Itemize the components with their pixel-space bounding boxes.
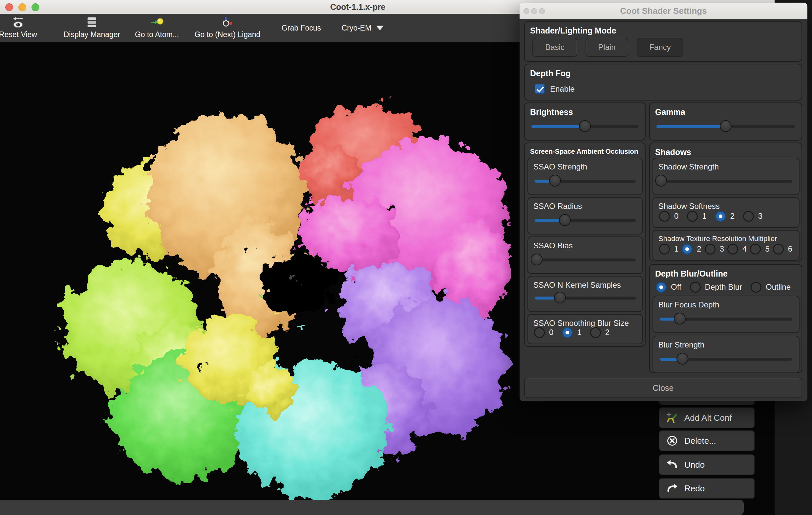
go-to-atom-button[interactable]: Go to Atom... bbox=[135, 14, 179, 42]
radio-label: 4 bbox=[743, 244, 747, 253]
reset-view-eye-icon bbox=[0, 14, 37, 30]
ssao-radius-label: SSAO Radius bbox=[528, 198, 642, 211]
redo-button[interactable]: Redo bbox=[659, 478, 755, 499]
side-button-label: Delete... bbox=[684, 436, 716, 446]
mode-button-label: Basic bbox=[545, 43, 564, 52]
shadow-texture-multiplier-box: Shadow Texture Resolution Multiplier 1 2… bbox=[652, 230, 800, 261]
radio-label: 1 bbox=[577, 328, 581, 337]
shadow-softness-radio-3[interactable] bbox=[743, 211, 754, 222]
shadow-texture-multiplier-radio-1[interactable] bbox=[659, 244, 670, 254]
ssao-blur-size-radio-0[interactable] bbox=[534, 327, 545, 338]
shadow-softness-radio-group: 0 1 2 3 bbox=[659, 210, 766, 223]
dialog-title: Coot Shader Settings bbox=[520, 3, 807, 19]
radio-label: Outline bbox=[766, 282, 791, 292]
brightness-label: Brightness bbox=[525, 103, 645, 117]
shadow-softness-radio-0[interactable] bbox=[659, 211, 670, 222]
brightness-slider[interactable] bbox=[531, 120, 638, 132]
close-button-label: Close bbox=[653, 383, 674, 392]
radio-label: 0 bbox=[549, 328, 553, 337]
shadow-texture-multiplier-radio-group: 1 2 3 4 5 6 bbox=[659, 242, 792, 255]
depth-blur-mode-radio-outline[interactable] bbox=[751, 282, 761, 293]
status-bar: Map 1 contour_level 0.185 n-rmsd: 3.863 bbox=[0, 500, 744, 515]
shadow-texture-multiplier-radio-4[interactable] bbox=[727, 244, 738, 254]
ssao-strength-box: SSAO Strength bbox=[527, 158, 643, 195]
depth-fog-enable-label: Enable bbox=[550, 84, 575, 93]
slider-knob[interactable] bbox=[676, 353, 688, 364]
ssao-radius-box: SSAO Radius bbox=[527, 197, 643, 235]
close-traffic-light[interactable] bbox=[5, 3, 13, 11]
shadow-softness-radio-1[interactable] bbox=[687, 211, 698, 222]
ssao-blur-size-radio-2[interactable] bbox=[590, 327, 601, 338]
shadow-texture-multiplier-radio-3[interactable] bbox=[705, 244, 716, 254]
reset-view-button[interactable]: Reset View bbox=[0, 14, 37, 42]
side-button-label: Add Alt Conf bbox=[684, 413, 732, 423]
grab-focus-button[interactable]: Grab Focus bbox=[282, 14, 321, 42]
slider-knob[interactable] bbox=[579, 120, 591, 132]
ssao-kernel-samples-slider[interactable] bbox=[535, 292, 636, 303]
add-alt-conf-button[interactable]: Add Alt Conf bbox=[659, 407, 755, 428]
ssao-radius-slider[interactable] bbox=[535, 214, 636, 226]
mode-button-label: Plain bbox=[598, 43, 615, 52]
gamma-slider[interactable] bbox=[657, 120, 795, 132]
zoom-traffic-light[interactable] bbox=[31, 3, 39, 11]
ssao-heading: Screen-Space Ambient Occlusion bbox=[525, 143, 645, 155]
delete-button[interactable]: Delete... bbox=[659, 430, 755, 451]
slider-knob[interactable] bbox=[720, 120, 732, 132]
slider-knob[interactable] bbox=[531, 253, 543, 265]
ssao-bias-slider[interactable] bbox=[535, 253, 636, 265]
depth-fog-panel: Depth Fog Enable bbox=[524, 64, 802, 101]
depth-blur-mode-radio-off[interactable] bbox=[656, 282, 667, 293]
dialog-close-button[interactable]: Close bbox=[524, 378, 802, 398]
slider-knob[interactable] bbox=[655, 175, 667, 187]
radio-label: Depth Blur bbox=[705, 282, 742, 292]
display-manager-button[interactable]: Display Manager bbox=[64, 14, 120, 42]
slider-knob[interactable] bbox=[549, 175, 561, 187]
redo-arrow-icon bbox=[666, 482, 678, 495]
shadow-softness-radio-2[interactable] bbox=[715, 211, 726, 222]
depth-fog-enable-checkbox[interactable] bbox=[535, 84, 545, 94]
cryo-em-menu-button[interactable]: Cryo-EM bbox=[342, 14, 384, 42]
chevron-down-icon bbox=[376, 26, 384, 30]
depth-blur-mode-radio-group: Off Depth Blur Outline bbox=[656, 280, 794, 294]
go-to-next-ligand-button[interactable]: N Go to (Next) Ligand bbox=[195, 14, 261, 42]
gamma-panel: Gamma bbox=[649, 103, 802, 141]
slider-fill bbox=[657, 125, 726, 128]
blur-focus-depth-box: Blur Focus Depth bbox=[652, 296, 800, 333]
radio-label: 5 bbox=[765, 244, 769, 253]
slider-knob[interactable] bbox=[554, 292, 566, 303]
radio-label: 2 bbox=[730, 212, 734, 221]
ssao-strength-label: SSAO Strength bbox=[528, 158, 642, 171]
undo-button[interactable]: Undo bbox=[659, 454, 755, 475]
shadows-heading: Shadows bbox=[650, 143, 802, 157]
ssao-blur-size-radio-1[interactable] bbox=[562, 327, 573, 338]
slider-knob[interactable] bbox=[559, 214, 571, 226]
dialog-titlebar[interactable]: Coot Shader Settings bbox=[520, 3, 807, 19]
ssao-strength-slider[interactable] bbox=[535, 175, 636, 187]
shadow-strength-slider[interactable] bbox=[660, 175, 792, 187]
shadow-softness-box: Shadow Softness 0 1 2 3 bbox=[652, 197, 800, 228]
slider-knob[interactable] bbox=[674, 313, 686, 325]
shadow-texture-multiplier-radio-5[interactable] bbox=[750, 244, 761, 254]
coot-shader-settings-dialog: Coot Shader Settings Shader/Lighting Mod… bbox=[520, 3, 807, 401]
ssao-blur-size-box: SSAO Smoothing Blur Size 0 1 2 bbox=[527, 314, 643, 344]
ssao-bias-label: SSAO Bias bbox=[528, 237, 642, 250]
ligand-ring-icon: N bbox=[195, 14, 261, 30]
blur-strength-slider[interactable] bbox=[660, 353, 792, 364]
blur-focus-depth-slider[interactable] bbox=[660, 313, 792, 325]
shader-mode-fancy-button[interactable]: Fancy bbox=[637, 38, 683, 57]
slider-track bbox=[535, 259, 636, 262]
shadow-softness-label: Shadow Softness bbox=[653, 198, 799, 211]
shadow-texture-multiplier-label: Shadow Texture Resolution Multiplier bbox=[653, 231, 799, 243]
blur-focus-depth-label: Blur Focus Depth bbox=[653, 296, 799, 309]
shadows-panel: Shadows Shadow Strength Shadow Softness … bbox=[649, 142, 802, 262]
shader-mode-plain-button[interactable]: Plain bbox=[585, 38, 628, 57]
radio-label: Off bbox=[671, 282, 682, 292]
shader-mode-basic-button[interactable]: Basic bbox=[532, 38, 577, 57]
toolbar-label: Reset View bbox=[0, 30, 37, 39]
shadow-texture-multiplier-radio-2[interactable] bbox=[682, 244, 693, 254]
shadow-strength-box: Shadow Strength bbox=[652, 158, 800, 195]
shadow-texture-multiplier-radio-6[interactable] bbox=[773, 244, 784, 254]
minimize-traffic-light[interactable] bbox=[19, 3, 26, 11]
blur-strength-label: Blur Strength bbox=[653, 336, 799, 350]
depth-blur-mode-radio-depth-blur[interactable] bbox=[690, 282, 701, 293]
